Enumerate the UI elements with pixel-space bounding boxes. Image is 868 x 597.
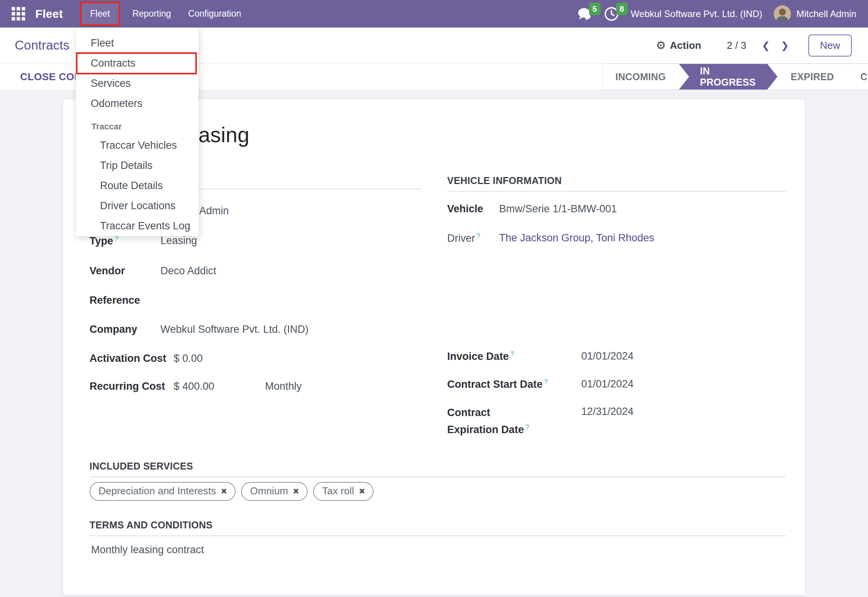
help-icon: ?	[477, 232, 480, 239]
dropdown-item-odometers[interactable]: Odometers	[76, 93, 198, 114]
messages-badge: 5	[589, 3, 601, 15]
new-button[interactable]: New	[808, 34, 852, 57]
vendor-value[interactable]: Deco Addict	[160, 265, 422, 277]
activities-icon[interactable]: 8	[604, 6, 619, 22]
field-row-activation-cost: Activation Cost $ 0.00	[90, 353, 422, 365]
menu-fleet[interactable]: Fleet	[80, 2, 120, 26]
company-label: Company	[90, 323, 160, 335]
pager-value[interactable]: 2 / 3	[727, 40, 746, 52]
vehicle-value[interactable]: Bmw/Serie 1/1-BMW-001	[499, 203, 786, 215]
field-row-type: Type? Leasing	[90, 235, 422, 247]
recurring-frequency-value[interactable]: Monthly	[265, 380, 302, 392]
expiration-date-label: Contract Expiration Date?	[447, 406, 544, 437]
field-row-company: Company Webkul Software Pvt. Ltd. (IND)	[90, 323, 422, 335]
action-menu-button[interactable]: ⚙ Action	[656, 39, 701, 52]
invoice-date-label: Invoice Date?	[447, 350, 581, 363]
help-icon: ?	[525, 423, 529, 431]
company-value[interactable]: Webkul Software Pvt. Ltd. (IND)	[160, 323, 422, 335]
stage-pipeline: INCOMING IN PROGRESS EXPIRED CLOSED	[602, 64, 868, 90]
gear-icon: ⚙	[656, 39, 666, 52]
avatar	[774, 5, 791, 22]
app-brand: Fleet	[35, 7, 63, 21]
contract-title-partial[interactable]: asing	[198, 122, 249, 147]
dropdown-item-trip-details[interactable]: Trip Details	[76, 155, 198, 175]
service-tag: Omnium ✖	[241, 482, 308, 501]
service-tag-label: Omnium	[250, 485, 288, 497]
start-date-value[interactable]: 01/01/2024	[581, 378, 786, 390]
activation-cost-value[interactable]: $ 0.00	[174, 353, 422, 365]
reference-label: Reference	[90, 294, 160, 306]
menu-configuration[interactable]: Configuration	[179, 0, 250, 28]
stage-expired[interactable]: EXPIRED	[777, 64, 847, 89]
user-name: Mitchell Admin	[796, 9, 856, 19]
service-tag-label: Depreciation and Interests	[98, 485, 216, 497]
company-switcher[interactable]: Webkul Software Pvt. Ltd. (IND)	[631, 9, 763, 19]
dropdown-item-traccar-events-log[interactable]: Traccar Events Log	[76, 216, 198, 236]
help-icon: ?	[510, 350, 514, 358]
fleet-dropdown-menu: Fleet Contracts Services Odometers Tracc…	[76, 28, 199, 236]
expiration-date-value[interactable]: 12/31/2024	[581, 406, 786, 418]
dropdown-section-traccar: Traccar	[76, 118, 198, 135]
activation-cost-label: Activation Cost	[90, 353, 174, 365]
invoice-date-value[interactable]: 01/01/2024	[581, 350, 786, 362]
breadcrumb[interactable]: Contracts	[15, 38, 69, 53]
activities-badge: 8	[616, 3, 628, 15]
type-label: Type?	[90, 235, 160, 247]
messages-icon[interactable]: 5	[577, 6, 592, 22]
vehicle-information-header: VEHICLE INFORMATION	[447, 175, 786, 192]
type-value[interactable]: Leasing	[160, 235, 422, 247]
odoo-fleet-screen: Fleet Fleet Reporting Configuration 5 8	[0, 0, 868, 597]
driver-label: Driver?	[447, 232, 499, 244]
vehicle-label: Vehicle	[447, 203, 499, 215]
field-row-driver: Driver? The Jackson Group, Toni Rhodes	[447, 232, 786, 244]
field-row-expiration-date: Contract Expiration Date? 12/31/2024	[447, 406, 786, 437]
dropdown-item-traccar-vehicles[interactable]: Traccar Vehicles	[76, 135, 198, 155]
dropdown-item-driver-locations[interactable]: Driver Locations	[76, 196, 198, 216]
control-panel-right: ⚙ Action 2 / 3 ❮ ❯ New	[656, 34, 852, 57]
service-tag: Tax roll ✖	[313, 482, 374, 501]
help-icon: ?	[544, 378, 548, 385]
recurring-cost-label: Recurring Cost	[90, 380, 174, 392]
stage-in-progress[interactable]: IN PROGRESS	[679, 64, 777, 89]
action-label: Action	[670, 40, 701, 52]
dropdown-item-route-details[interactable]: Route Details	[76, 175, 198, 196]
navbar-right: 5 8 Webkul Software Pvt. Ltd. (IND)	[577, 5, 868, 22]
terms-text[interactable]: Monthly leasing contract	[91, 544, 204, 556]
dropdown-item-services[interactable]: Services	[76, 73, 198, 93]
apps-grid-icon[interactable]	[12, 7, 25, 21]
menu-reporting[interactable]: Reporting	[124, 0, 180, 28]
pager-previous-icon[interactable]: ❮	[762, 40, 770, 51]
remove-tag-icon[interactable]: ✖	[359, 487, 365, 496]
included-services-header: INCLUDED SERVICES	[90, 461, 786, 477]
remove-tag-icon[interactable]: ✖	[293, 487, 300, 496]
dropdown-item-fleet[interactable]: Fleet	[76, 33, 198, 53]
field-row-vendor: Vendor Deco Addict	[90, 265, 422, 277]
stage-incoming[interactable]: INCOMING	[602, 64, 679, 89]
included-services-tags: Depreciation and Interests ✖ Omnium ✖ Ta…	[90, 482, 374, 501]
driver-value-link[interactable]: The Jackson Group, Toni Rhodes	[499, 232, 786, 244]
start-date-label: Contract Start Date?	[447, 378, 581, 391]
pager-next-icon[interactable]: ❯	[781, 40, 789, 51]
vendor-label: Vendor	[90, 265, 160, 277]
top-navbar: Fleet Fleet Reporting Configuration 5 8	[0, 0, 868, 28]
stage-closed[interactable]: CLOSED	[847, 64, 868, 89]
field-row-vehicle: Vehicle Bmw/Serie 1/1-BMW-001	[447, 203, 786, 215]
dropdown-item-contracts[interactable]: Contracts	[76, 53, 198, 73]
service-tag: Depreciation and Interests ✖	[90, 482, 236, 501]
remove-tag-icon[interactable]: ✖	[221, 487, 227, 496]
user-menu[interactable]: Mitchell Admin	[774, 5, 856, 22]
service-tag-label: Tax roll	[322, 485, 354, 497]
responsible-value-partial[interactable]: Admin	[199, 205, 229, 217]
field-row-reference: Reference	[90, 294, 422, 306]
field-row-recurring-cost: Recurring Cost $ 400.00 Monthly	[90, 380, 422, 392]
field-row-invoice-date: Invoice Date? 01/01/2024	[447, 350, 786, 363]
terms-and-conditions-header: TERMS AND CONDITIONS	[90, 520, 786, 536]
field-row-start-date: Contract Start Date? 01/01/2024	[447, 378, 786, 391]
